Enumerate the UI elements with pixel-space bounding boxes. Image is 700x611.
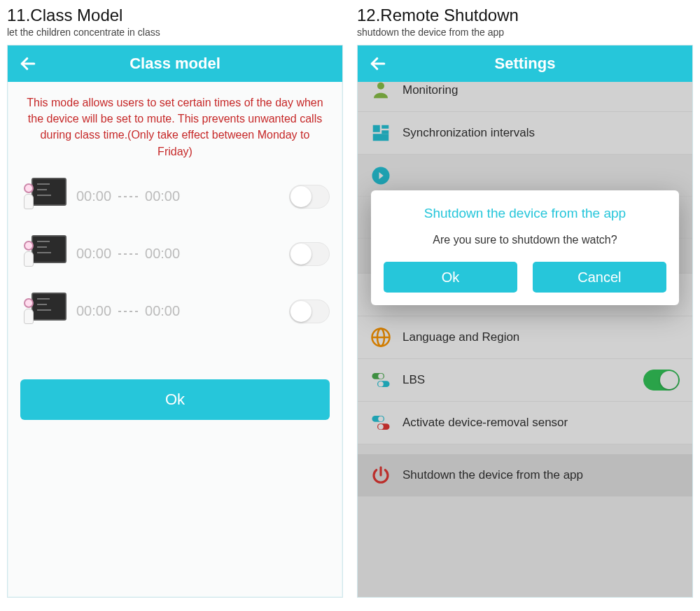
appbar-title: Settings xyxy=(358,55,692,73)
time-range[interactable]: 00:00 00:00 xyxy=(76,303,279,319)
start-time: 00:00 xyxy=(76,188,111,204)
start-time: 00:00 xyxy=(76,303,111,319)
mode-description: This mode allows users to set certain ti… xyxy=(8,82,342,168)
start-time: 00:00 xyxy=(76,246,111,262)
time-slot-row: 00:00 00:00 xyxy=(8,225,342,283)
app-bar: Settings xyxy=(358,45,692,82)
arrow-left-icon xyxy=(18,53,38,74)
panel-heading: 11.Class Model xyxy=(7,6,343,25)
dialog-buttons: Ok Cancel xyxy=(384,262,666,293)
time-range[interactable]: 00:00 00:00 xyxy=(76,188,279,204)
ok-button[interactable]: Ok xyxy=(20,379,330,420)
dialog-ok-button[interactable]: Ok xyxy=(384,262,517,293)
slot-toggle[interactable] xyxy=(289,242,330,266)
panel-subheading: let the children concentrate in class xyxy=(7,27,343,38)
time-slot-row: 00:00 00:00 xyxy=(8,168,342,225)
panel-class-model: 11.Class Model let the children concentr… xyxy=(7,6,343,598)
phone-screen-class-model: Class model This mode allows users to se… xyxy=(7,45,343,598)
dialog-overlay[interactable]: Shutdown the device from the app Are you… xyxy=(358,82,692,597)
app-bar: Class model xyxy=(8,45,342,82)
back-button[interactable] xyxy=(368,53,388,74)
end-time: 00:00 xyxy=(145,188,180,204)
dialog-title: Shutdown the device from the app xyxy=(384,206,666,221)
end-time: 00:00 xyxy=(145,303,180,319)
panel-remote-shutdown: 12.Remote Shutdown shutdown the device f… xyxy=(357,6,693,598)
teacher-icon xyxy=(20,293,66,330)
teacher-icon xyxy=(20,178,66,216)
slot-toggle[interactable] xyxy=(289,300,330,323)
slot-toggle[interactable] xyxy=(289,185,330,209)
panel-subheading: shutdown the device from the app xyxy=(357,27,693,38)
range-separator xyxy=(118,311,138,312)
back-button[interactable] xyxy=(18,53,38,74)
settings-content: Monitoring Synchronization intervals xyxy=(358,82,692,597)
time-slot-row: 00:00 00:00 xyxy=(8,283,342,340)
appbar-title: Class model xyxy=(8,55,342,73)
time-range[interactable]: 00:00 00:00 xyxy=(76,246,279,262)
dialog-cancel-button[interactable]: Cancel xyxy=(533,262,666,293)
end-time: 00:00 xyxy=(145,246,180,262)
panel-heading: 12.Remote Shutdown xyxy=(357,6,693,25)
range-separator xyxy=(118,196,138,197)
phone-screen-settings: Settings Monitoring Synchronization xyxy=(357,45,693,598)
teacher-icon xyxy=(20,235,66,273)
shutdown-dialog: Shutdown the device from the app Are you… xyxy=(371,190,679,305)
arrow-left-icon xyxy=(368,53,388,74)
dialog-message: Are you sure to shutdown the watch? xyxy=(384,234,666,246)
range-separator xyxy=(118,253,138,255)
